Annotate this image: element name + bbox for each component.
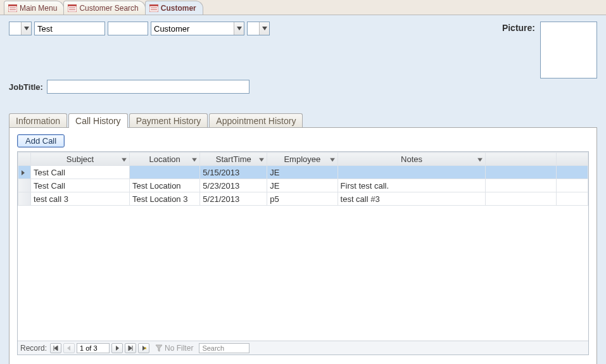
select-all-rows[interactable]: [18, 153, 31, 166]
table-row[interactable]: test call 3Test Location 35/21/2013p5tes…: [18, 192, 588, 206]
customer-form: Picture: JobTitle: Information Call Hist…: [0, 15, 606, 364]
chevron-down-icon[interactable]: [21, 22, 31, 35]
tab-appointment-history[interactable]: Appointment History: [209, 113, 303, 128]
recnav-nofilter: No Filter: [155, 344, 193, 353]
svg-rect-2: [9, 8, 16, 8]
picture-frame[interactable]: [540, 22, 597, 78]
cell-notes[interactable]: [338, 166, 486, 179]
call-history-datasheet: Subject Location StartTime: [17, 151, 589, 355]
cell-extra[interactable]: [486, 192, 556, 206]
form-icon: [8, 4, 17, 12]
cell-location[interactable]: Test Location 3: [129, 192, 199, 206]
recnav-last[interactable]: [125, 343, 136, 353]
col-subject[interactable]: Subject: [31, 153, 130, 166]
col-label: Subject: [66, 154, 94, 164]
chevron-down-icon: [477, 154, 483, 164]
cell-subject[interactable]: Test Call: [31, 179, 130, 192]
col-extra-2[interactable]: [556, 153, 588, 166]
col-label: Employee: [284, 154, 320, 164]
doc-tab-main-menu[interactable]: Main Menu: [4, 1, 64, 15]
doc-tab-customer-search[interactable]: Customer Search: [63, 1, 145, 15]
tab-payment-history[interactable]: Payment History: [129, 113, 208, 128]
cell-subject[interactable]: Test Call: [31, 166, 130, 179]
add-call-button[interactable]: Add Call: [17, 134, 65, 147]
doc-tab-strip: Main Menu Customer Search Customer: [0, 0, 606, 15]
doc-tab-label: Main Menu: [20, 4, 57, 13]
doc-tab-label: Customer Search: [79, 4, 138, 13]
prefix-input[interactable]: [9, 22, 21, 35]
svg-rect-9: [149, 4, 158, 6]
svg-rect-7: [69, 9, 75, 10]
row-selector[interactable]: [18, 166, 31, 179]
record-navigator: Record: ★ No Filter: [18, 341, 588, 355]
cell-extra[interactable]: [556, 179, 588, 192]
svg-rect-1: [8, 4, 17, 6]
cell-employee[interactable]: JE: [267, 179, 338, 192]
cell-notes[interactable]: test call #3: [338, 192, 486, 206]
row-selector[interactable]: [18, 192, 31, 206]
col-starttime[interactable]: StartTime: [200, 153, 267, 166]
doc-tab-label: Customer: [161, 4, 196, 13]
cell-extra[interactable]: [486, 166, 556, 179]
chevron-down-icon: [330, 154, 335, 164]
cell-notes[interactable]: First test call.: [338, 179, 486, 192]
cell-employee[interactable]: JE: [267, 166, 338, 179]
recnav-search[interactable]: [199, 343, 249, 353]
chevron-down-icon: [259, 154, 264, 164]
lastname-combo[interactable]: [151, 22, 244, 35]
cell-location[interactable]: Test Location: [129, 179, 199, 192]
chevron-down-icon: [122, 154, 127, 164]
cell-extra[interactable]: [556, 166, 588, 179]
call-history-table: Subject Location StartTime: [18, 152, 588, 206]
recnav-prev[interactable]: [63, 343, 75, 353]
col-notes[interactable]: Notes: [338, 153, 486, 166]
picture-label: Picture:: [502, 22, 535, 78]
svg-rect-3: [9, 9, 16, 10]
jobtitle-input[interactable]: [47, 80, 249, 94]
name-fields: [9, 22, 270, 35]
recnav-new[interactable]: ★: [138, 343, 149, 353]
recnav-position[interactable]: [77, 343, 110, 353]
chevron-down-icon[interactable]: [259, 22, 269, 35]
col-employee[interactable]: Employee: [267, 153, 338, 166]
cell-starttime[interactable]: 5/15/2013: [200, 166, 267, 179]
cell-employee[interactable]: p5: [267, 192, 338, 206]
recnav-next[interactable]: [111, 343, 123, 353]
col-label: Notes: [401, 154, 422, 164]
svg-text:★: ★: [144, 346, 146, 350]
firstname-input[interactable]: [35, 22, 104, 35]
cell-location[interactable]: [129, 166, 199, 179]
col-label: Location: [149, 154, 180, 164]
svg-rect-10: [151, 8, 157, 8]
tab-information[interactable]: Information: [9, 113, 67, 128]
tab-control: Information Call History Payment History…: [9, 113, 597, 364]
row-selector[interactable]: [18, 179, 31, 192]
chevron-down-icon[interactable]: [234, 22, 244, 35]
middlename-field[interactable]: [108, 22, 148, 35]
jobtitle-label: JobTitle:: [9, 82, 43, 92]
svg-rect-11: [151, 9, 157, 10]
cell-extra[interactable]: [556, 192, 588, 206]
suffix-combo[interactable]: [247, 22, 270, 35]
firstname-field[interactable]: [34, 22, 105, 35]
recnav-first[interactable]: [50, 343, 61, 353]
table-row[interactable]: Test Call5/15/2013JE: [18, 166, 588, 179]
col-extra-1[interactable]: [486, 153, 556, 166]
table-row[interactable]: Test CallTest Location5/23/2013JEFirst t…: [18, 179, 588, 192]
cell-starttime[interactable]: 5/21/2013: [200, 192, 267, 206]
cell-extra[interactable]: [486, 179, 556, 192]
nofilter-label: No Filter: [165, 344, 193, 353]
cell-subject[interactable]: test call 3: [31, 192, 130, 206]
tab-page-call-history: Add Call: [9, 127, 597, 364]
recnav-label: Record:: [20, 344, 47, 353]
chevron-down-icon: [192, 154, 197, 164]
tab-call-history[interactable]: Call History: [68, 113, 128, 128]
lastname-input[interactable]: [151, 22, 234, 35]
cell-starttime[interactable]: 5/23/2013: [200, 179, 267, 192]
svg-rect-5: [68, 4, 77, 6]
col-location[interactable]: Location: [129, 153, 199, 166]
middlename-input[interactable]: [108, 22, 148, 35]
prefix-combo[interactable]: [9, 22, 32, 35]
doc-tab-customer[interactable]: Customer: [145, 1, 203, 15]
suffix-input[interactable]: [248, 22, 259, 35]
